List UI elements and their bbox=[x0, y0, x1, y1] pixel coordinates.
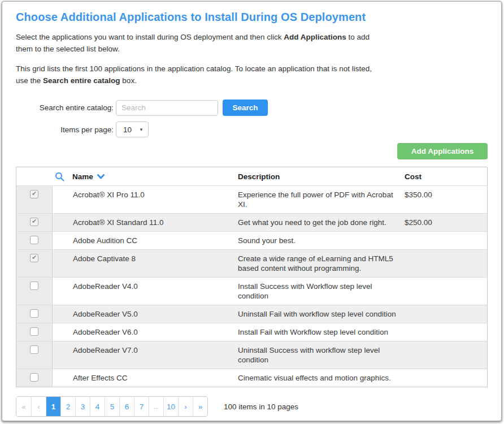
row-checkbox[interactable]: ✔ bbox=[30, 236, 38, 244]
checkmark-icon: ✔ bbox=[32, 254, 37, 261]
pagination-page-6[interactable]: 6 bbox=[119, 397, 134, 416]
app-cost bbox=[401, 232, 487, 249]
app-description: Cinematic visual effects and motion grap… bbox=[234, 369, 401, 387]
app-description: Uninstall Success with workflow step lev… bbox=[234, 341, 401, 369]
table-row[interactable]: ✔ Acrobat® XI Pro 11.0 Experience the fu… bbox=[16, 185, 487, 213]
row-checkbox-cell: ✔ bbox=[16, 369, 53, 387]
search-input[interactable] bbox=[116, 100, 218, 116]
row-checkbox-cell: ✔ bbox=[16, 323, 53, 341]
row-checkbox-cell: ✔ bbox=[16, 305, 53, 323]
row-checkbox[interactable]: ✔ bbox=[30, 327, 38, 336]
intro-paragraph-1: Select the applications you want to inst… bbox=[16, 31, 382, 55]
pagination-prev-page: ‹ bbox=[31, 397, 46, 416]
header-checkbox-column bbox=[16, 175, 53, 179]
pagination-page-2[interactable]: 2 bbox=[60, 397, 75, 416]
row-checkbox[interactable]: ✔ bbox=[30, 190, 38, 198]
search-row: Search entire catalog: Search bbox=[16, 99, 488, 116]
table-row[interactable]: ✔ AdobeReader V7.0 Uninstall Success wit… bbox=[16, 341, 487, 369]
app-cost bbox=[401, 250, 487, 277]
table-row[interactable]: ✔ AdobeReader V6.0 Install Fail with Wor… bbox=[16, 323, 487, 341]
pagination-first-page: « bbox=[16, 397, 31, 416]
app-name: Acrobat® XI Standard 11.0 bbox=[53, 214, 234, 231]
table-row[interactable]: ✔ AdobeReader V5.0 Uninstall Fail with w… bbox=[16, 305, 487, 323]
header-name[interactable]: Name bbox=[53, 172, 234, 181]
app-name: Adobe Captivate 8 bbox=[53, 250, 234, 277]
items-per-page-row: Items per page: 10 ▼ bbox=[16, 122, 488, 137]
dialog-window: Choose Additional Applications to Instal… bbox=[2, 1, 502, 421]
app-name: AdobeReader V5.0 bbox=[53, 305, 234, 323]
pagination-page-ellipsis: ... bbox=[149, 397, 163, 416]
app-name: Acrobat® XI Pro 11.0 bbox=[53, 186, 234, 213]
table-row[interactable]: ✔ After Effects CC Cinematic visual effe… bbox=[16, 369, 487, 387]
table-header-row: Name Description Cost bbox=[16, 167, 487, 185]
app-cost bbox=[401, 369, 487, 387]
app-name: After Effects CC bbox=[53, 369, 234, 387]
items-per-page-value: 10 bbox=[123, 126, 132, 134]
row-checkbox[interactable]: ✔ bbox=[30, 282, 38, 290]
app-description: Uninstall Fail with workflow step level … bbox=[234, 305, 401, 323]
header-cost[interactable]: Cost bbox=[401, 172, 487, 181]
table-row[interactable]: ✔ Adobe Audition CC Sound your best. bbox=[16, 231, 487, 249]
app-description: Install Fail with Workflow step level co… bbox=[234, 323, 401, 341]
add-applications-row: Add Applications bbox=[16, 143, 488, 159]
app-description: Get what you need to get the job done ri… bbox=[234, 214, 401, 231]
chevron-down-icon: ▼ bbox=[139, 127, 144, 132]
header-description[interactable]: Description bbox=[234, 172, 401, 181]
pagination-summary: 100 items in 10 pages bbox=[224, 403, 298, 411]
app-name: Adobe Audition CC bbox=[53, 232, 234, 249]
app-cost bbox=[401, 341, 487, 369]
app-cost bbox=[401, 278, 487, 305]
row-checkbox[interactable]: ✔ bbox=[30, 218, 38, 226]
pagination-page-10[interactable]: 10 bbox=[163, 397, 178, 416]
app-description: Experience the full power of PDF with Ac… bbox=[234, 186, 401, 213]
search-icon bbox=[55, 172, 64, 181]
row-checkbox[interactable]: ✔ bbox=[30, 309, 38, 318]
pagination-row: «‹1234567...10›» 100 items in 10 pages bbox=[16, 396, 488, 417]
row-checkbox[interactable]: ✔ bbox=[30, 373, 38, 382]
app-cost: $250.00 bbox=[401, 214, 487, 231]
add-applications-button[interactable]: Add Applications bbox=[397, 143, 488, 159]
pagination-page-5[interactable]: 5 bbox=[105, 397, 119, 416]
pagination-page-7[interactable]: 7 bbox=[134, 397, 149, 416]
app-cost bbox=[401, 323, 487, 341]
app-description: Install Success with Workflow step level… bbox=[234, 278, 401, 305]
row-checkbox-cell: ✔ bbox=[16, 341, 53, 369]
table-body: ✔ Acrobat® XI Pro 11.0 Experience the fu… bbox=[16, 185, 487, 387]
checkmark-icon: ✔ bbox=[32, 218, 37, 224]
search-button[interactable]: Search bbox=[223, 99, 268, 116]
sort-descending-icon bbox=[97, 174, 105, 179]
search-catalog-label: Search entire catalog: bbox=[16, 103, 114, 112]
pagination-page-4[interactable]: 4 bbox=[90, 397, 105, 416]
app-name: AdobeReader V7.0 bbox=[53, 341, 234, 369]
table-row[interactable]: ✔ AdobeReader V4.0 Install Success with … bbox=[16, 277, 487, 305]
row-checkbox[interactable]: ✔ bbox=[30, 345, 38, 354]
header-name-label: Name bbox=[72, 172, 93, 181]
row-checkbox-cell: ✔ bbox=[16, 278, 53, 305]
row-checkbox[interactable]: ✔ bbox=[30, 254, 38, 262]
app-cost: $350.00 bbox=[401, 186, 487, 213]
app-cost bbox=[401, 305, 487, 323]
pagination-page-3[interactable]: 3 bbox=[75, 397, 90, 416]
table-row[interactable]: ✔ Adobe Captivate 8 Create a wide range … bbox=[16, 249, 487, 277]
app-description: Sound your best. bbox=[234, 232, 401, 249]
intro-paragraph-2: This grid lists the first 100 applicatio… bbox=[16, 63, 382, 87]
items-per-page-label: Items per page: bbox=[16, 126, 114, 134]
pagination-page-1[interactable]: 1 bbox=[46, 397, 60, 416]
row-checkbox-cell: ✔ bbox=[16, 232, 53, 249]
page-title: Choose Additional Applications to Instal… bbox=[16, 11, 488, 24]
checkmark-icon: ✔ bbox=[32, 191, 37, 197]
pagination-next-page[interactable]: › bbox=[178, 397, 193, 416]
pagination-last-page[interactable]: » bbox=[193, 397, 207, 416]
app-description: Create a wide range of eLearning and HTM… bbox=[234, 250, 401, 277]
app-name: AdobeReader V6.0 bbox=[53, 323, 234, 341]
items-per-page-select[interactable]: 10 ▼ bbox=[116, 122, 149, 137]
row-checkbox-cell: ✔ bbox=[16, 214, 53, 231]
pagination: «‹1234567...10›» bbox=[16, 396, 208, 417]
app-name: AdobeReader V4.0 bbox=[53, 278, 234, 305]
table-row[interactable]: ✔ Acrobat® XI Standard 11.0 Get what you… bbox=[16, 213, 487, 231]
row-checkbox-cell: ✔ bbox=[16, 186, 53, 213]
row-checkbox-cell: ✔ bbox=[16, 250, 53, 277]
applications-table: Name Description Cost ✔ Acrobat® XI Pro … bbox=[16, 167, 488, 387]
